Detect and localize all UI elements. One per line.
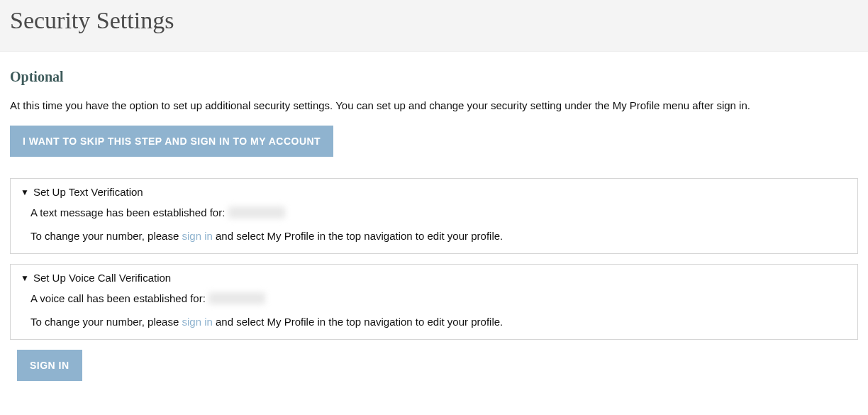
text-verification-title: Set Up Text Verification <box>33 186 143 198</box>
optional-intro-text: At this time you have the option to set … <box>10 98 858 113</box>
voice-verification-change-suffix: and select My Profile in the top navigat… <box>216 316 503 328</box>
page-title: Security Settings <box>10 7 858 34</box>
text-verification-change-prefix: To change your number, please <box>30 230 182 242</box>
skip-button[interactable]: I WANT TO SKIP THIS STEP AND SIGN IN TO … <box>10 126 333 157</box>
sign-in-wrap: SIGN IN <box>10 350 858 381</box>
voice-verification-change-prefix: To change your number, please <box>30 316 182 328</box>
optional-heading: Optional <box>10 69 858 85</box>
chevron-down-icon: ▼ <box>21 187 29 197</box>
voice-verification-masked-number: (redacted) <box>208 292 265 304</box>
chevron-down-icon: ▼ <box>21 273 29 283</box>
voice-verification-panel: ▼ Set Up Voice Call Verification A voice… <box>10 264 858 340</box>
text-verification-masked-number: (redacted) <box>228 206 285 218</box>
voice-verification-toggle[interactable]: ▼ Set Up Voice Call Verification <box>21 272 847 284</box>
text-verification-established-prefix: A text message has been established for: <box>30 206 228 218</box>
voice-verification-established-prefix: A voice call has been established for: <box>30 292 208 304</box>
header-bar: Security Settings <box>0 0 868 52</box>
text-verification-signin-link[interactable]: sign in <box>182 230 212 242</box>
voice-verification-change-line: To change your number, please sign in an… <box>30 316 847 328</box>
sign-in-button[interactable]: SIGN IN <box>17 350 82 381</box>
voice-verification-title: Set Up Voice Call Verification <box>33 272 171 284</box>
content-area: Optional At this time you have the optio… <box>0 52 868 398</box>
voice-verification-established: A voice call has been established for: (… <box>30 292 847 304</box>
panels-container: ▼ Set Up Text Verification A text messag… <box>10 178 858 340</box>
text-verification-toggle[interactable]: ▼ Set Up Text Verification <box>21 186 847 198</box>
voice-verification-signin-link[interactable]: sign in <box>182 316 212 328</box>
text-verification-change-line: To change your number, please sign in an… <box>30 230 847 242</box>
text-verification-panel: ▼ Set Up Text Verification A text messag… <box>10 178 858 254</box>
text-verification-established: A text message has been established for:… <box>30 206 847 218</box>
text-verification-change-suffix: and select My Profile in the top navigat… <box>216 230 503 242</box>
